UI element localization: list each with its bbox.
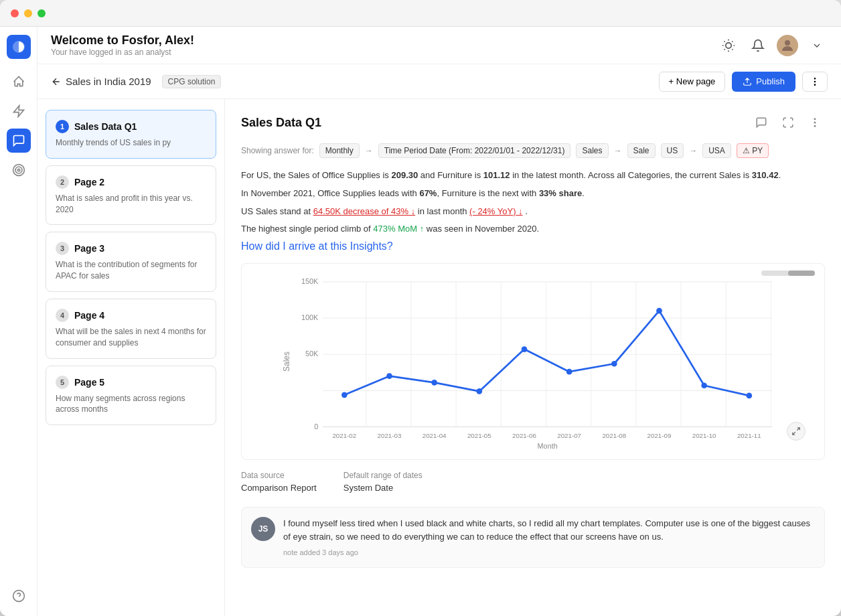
back-button[interactable]: Sales in India 2019 <box>51 76 151 87</box>
more-options-button[interactable] <box>802 72 828 92</box>
page-title: Sales in India 2019 <box>66 76 151 87</box>
svg-point-6 <box>785 40 790 46</box>
filter-arrow-2: → <box>614 146 622 155</box>
filter-py[interactable]: ⚠ PY <box>737 143 769 158</box>
insight-4: The highest single period climb of 473% … <box>241 222 825 236</box>
content-area: 1 Sales Data Q1 Monthly trends of US sal… <box>37 99 841 616</box>
page-3-title: Page 3 <box>74 243 104 254</box>
comment-icon[interactable] <box>751 112 771 133</box>
svg-text:2021-09: 2021-09 <box>647 432 672 439</box>
chart-point-3[interactable] <box>477 388 483 394</box>
filter-label: Showing answer for: <box>241 146 314 155</box>
filter-us[interactable]: US <box>661 143 684 158</box>
nav-bar: Sales in India 2019 CPG solution + New p… <box>37 64 841 99</box>
svg-point-7 <box>814 78 815 78</box>
main-content: Welcome to Fosfor, Alex! Your have logge… <box>37 27 841 616</box>
page-1-title: Sales Data Q1 <box>74 121 137 132</box>
svg-text:Sales: Sales <box>282 352 291 372</box>
filter-monthly[interactable]: Monthly <box>319 143 360 158</box>
svg-text:2021-03: 2021-03 <box>378 432 402 439</box>
app-logo[interactable] <box>7 35 31 59</box>
page-card-4[interactable]: 4 Page 4 What will be the sales in next … <box>46 299 216 359</box>
svg-text:150K: 150K <box>301 277 319 285</box>
sidebar-item-target[interactable] <box>7 158 31 182</box>
svg-point-11 <box>814 122 816 123</box>
sidebar <box>0 27 37 616</box>
date-range-item: Default range of dates System Date <box>343 471 423 493</box>
detail-header: Sales Data Q1 <box>241 112 825 133</box>
notification-icon[interactable] <box>747 35 769 56</box>
data-source-item: Data source Comparison Report <box>241 471 317 493</box>
welcome-subtitle: Your have logged in as an analyst <box>51 48 194 57</box>
svg-point-2 <box>15 167 22 173</box>
svg-point-3 <box>17 169 19 171</box>
chart-point-0[interactable] <box>341 392 348 398</box>
page-card-3[interactable]: 3 Page 3 What is the contribution of seg… <box>46 232 216 292</box>
filter-sales[interactable]: Sales <box>576 143 608 158</box>
new-page-button[interactable]: + New page <box>659 72 726 92</box>
comment-content: I found myself less tired when I used bl… <box>283 517 815 558</box>
maximize-button[interactable] <box>37 9 46 17</box>
page-card-2[interactable]: 2 Page 2 What is sales and profit in thi… <box>46 165 216 226</box>
minimize-button[interactable] <box>24 9 32 17</box>
chart-point-7[interactable] <box>656 308 662 314</box>
sidebar-item-chat[interactable] <box>7 129 31 153</box>
chart-container: Sales 150K 100K 50K 0 <box>241 263 825 460</box>
svg-text:2021-08: 2021-08 <box>602 432 626 439</box>
chart-point-2[interactable] <box>431 380 437 386</box>
chart-expand-button[interactable] <box>787 422 806 441</box>
titlebar <box>0 0 841 27</box>
page-card-5[interactable]: 5 Page 5 How many segments across region… <box>46 366 216 426</box>
chart-point-1[interactable] <box>386 374 392 380</box>
welcome-title: Welcome to Fosfor, Alex! <box>51 33 194 48</box>
filter-timeperiod[interactable]: Time Period Date (From: 2022/01/01 - 202… <box>378 143 571 158</box>
insight-2: In November 2021, Office Supplies leads … <box>241 187 825 201</box>
chart-point-5[interactable] <box>566 369 572 375</box>
chart-svg: Sales 150K 100K 50K 0 <box>252 275 814 449</box>
chart-area: Sales 150K 100K 50K 0 <box>252 275 814 449</box>
publish-button[interactable]: Publish <box>732 72 795 92</box>
detail-more-icon[interactable] <box>805 112 825 133</box>
insights-link[interactable]: How did I arrive at this Insights? <box>241 240 393 252</box>
detail-actions <box>751 112 825 133</box>
nav-actions: + New page Publish <box>659 72 828 92</box>
insight-1: For US, the Sales of Office Supplies is … <box>241 169 825 183</box>
insight-3: US Sales stand at 64.50K decrease of 43%… <box>241 205 825 219</box>
page-5-title: Page 5 <box>74 377 104 388</box>
sidebar-item-home[interactable] <box>7 70 31 94</box>
top-bar-left: Welcome to Fosfor, Alex! Your have logge… <box>51 33 194 57</box>
data-source-row: Data source Comparison Report Default ra… <box>241 471 825 493</box>
page-card-1[interactable]: 1 Sales Data Q1 Monthly trends of US sal… <box>46 110 216 159</box>
svg-text:2021-02: 2021-02 <box>332 432 356 439</box>
top-bar: Welcome to Fosfor, Alex! Your have logge… <box>37 27 841 64</box>
sidebar-item-help[interactable] <box>7 584 31 608</box>
page-1-desc: Monthly trends of US sales in py <box>56 137 206 149</box>
sidebar-item-lightning[interactable] <box>7 99 31 123</box>
svg-text:50K: 50K <box>305 350 319 358</box>
page-num-5: 5 <box>56 376 69 389</box>
detail-panel: Sales Data Q1 <box>225 99 841 616</box>
chart-point-6[interactable] <box>611 361 617 367</box>
filter-arrow-1: → <box>365 146 373 155</box>
filter-arrow-3: → <box>689 146 697 155</box>
svg-text:0: 0 <box>314 422 318 431</box>
filter-usa[interactable]: USA <box>702 143 731 158</box>
svg-point-10 <box>814 119 816 120</box>
filter-bar: Showing answer for: Monthly → Time Perio… <box>241 143 825 158</box>
page-5-desc: How many segments across regions across … <box>56 393 206 416</box>
insights-box: For US, the Sales of Office Supplies is … <box>241 169 825 252</box>
chart-point-9[interactable] <box>747 393 753 399</box>
svg-text:2021-06: 2021-06 <box>512 432 536 439</box>
theme-toggle-icon[interactable] <box>718 35 739 56</box>
page-num-3: 3 <box>56 242 69 255</box>
avatar[interactable] <box>777 35 798 56</box>
user-menu-chevron[interactable] <box>806 35 828 56</box>
fullscreen-icon[interactable] <box>778 112 798 133</box>
pages-panel: 1 Sales Data Q1 Monthly trends of US sal… <box>37 99 225 616</box>
chart-point-8[interactable] <box>701 383 707 389</box>
data-source-value: Comparison Report <box>241 483 317 493</box>
filter-sale[interactable]: Sale <box>627 143 656 158</box>
chart-point-4[interactable] <box>522 346 528 352</box>
svg-point-12 <box>814 126 816 127</box>
close-button[interactable] <box>11 9 19 17</box>
